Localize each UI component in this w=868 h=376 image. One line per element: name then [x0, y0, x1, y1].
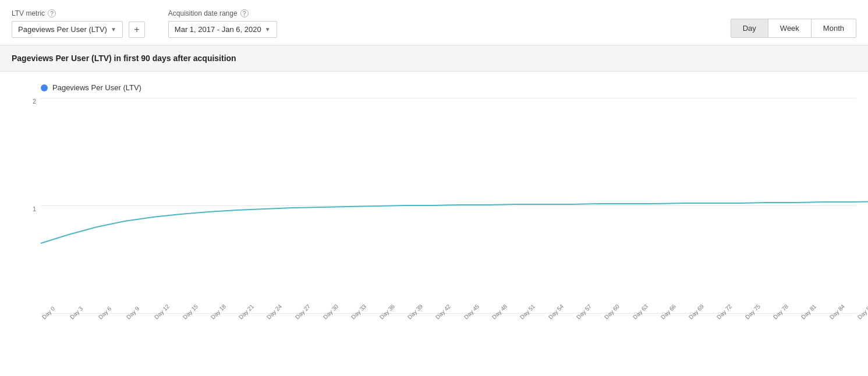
ltv-metric-group: LTV metric ? Pageviews Per User (LTV) ▼ …	[12, 9, 145, 38]
legend-label: Pageviews Per User (LTV)	[52, 83, 141, 92]
chart-area: Pageviews Per User (LTV) 2 1	[0, 72, 868, 331]
ltv-metric-dropdown[interactable]: Pageviews Per User (LTV) ▼	[12, 21, 123, 38]
date-dropdown-arrow: ▼	[265, 26, 271, 33]
line-chart-svg	[41, 98, 856, 313]
date-range-label: Acquisition date range ?	[168, 9, 277, 17]
legend-dot	[41, 84, 48, 91]
ltv-dropdown-arrow: ▼	[111, 26, 116, 33]
time-period-buttons: Day Week Month	[731, 19, 856, 38]
date-range-help-icon[interactable]: ?	[240, 9, 249, 17]
top-bar: LTV metric ? Pageviews Per User (LTV) ▼ …	[0, 0, 868, 45]
add-metric-button[interactable]: +	[129, 22, 145, 38]
ltv-line	[41, 201, 868, 243]
y-label-1: 1	[33, 205, 36, 212]
chart-inner	[41, 98, 856, 313]
day-button[interactable]: Day	[731, 19, 768, 37]
x-axis: (function() { const data = JSON.parse(do…	[41, 313, 856, 331]
x-label-29: Day 87	[856, 303, 868, 321]
date-range-label-text: Acquisition date range	[168, 9, 238, 17]
ltv-metric-label: LTV metric ?	[12, 9, 145, 17]
date-range-value: Mar 1, 2017 - Jan 6, 2020	[175, 25, 261, 34]
date-range-group: Acquisition date range ? Mar 1, 2017 - J…	[168, 9, 277, 38]
chart-legend: Pageviews Per User (LTV)	[12, 83, 856, 92]
chart-wrapper: 2 1 (function() {	[12, 98, 856, 331]
ltv-help-icon[interactable]: ?	[48, 9, 56, 17]
y-label-2: 2	[33, 98, 36, 105]
y-axis: 2 1	[12, 98, 41, 313]
chart-title: Pageviews Per User (LTV) in first 90 day…	[12, 54, 236, 63]
date-range-dropdown[interactable]: Mar 1, 2017 - Jan 6, 2020 ▼	[168, 21, 277, 38]
ltv-metric-row: Pageviews Per User (LTV) ▼ +	[12, 21, 145, 38]
ltv-metric-value: Pageviews Per User (LTV)	[18, 25, 107, 34]
month-button[interactable]: Month	[811, 19, 856, 37]
ltv-label-text: LTV metric	[12, 9, 45, 17]
chart-title-bar: Pageviews Per User (LTV) in first 90 day…	[0, 45, 868, 72]
week-button[interactable]: Week	[768, 19, 811, 37]
